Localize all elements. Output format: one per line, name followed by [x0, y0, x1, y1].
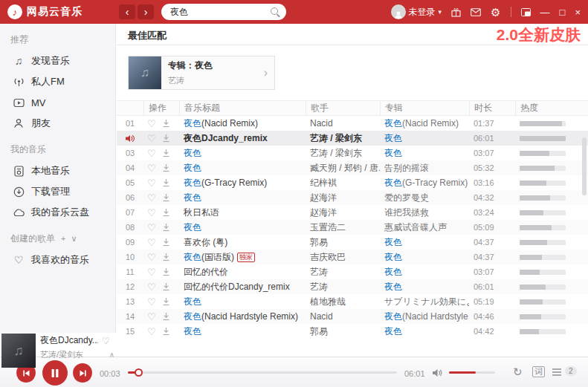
song-album[interactable]: 谁把我拯救 — [380, 205, 469, 220]
song-row[interactable]: 03♡夜色艺涛 / 梁剑东夜色03:07 — [117, 146, 588, 160]
song-row[interactable]: 05♡夜色 (G-Tracy Remix)纪梓褀夜色 (G-Tracy Remi… — [117, 175, 588, 190]
song-row[interactable]: 10♡夜色(国语版)独家吉庆欧巴夜色04:37 — [117, 250, 588, 264]
song-row[interactable]: 01♡夜色(Nacid Remix)Nacid夜色(Nacid Remix)01… — [117, 116, 588, 131]
song-row[interactable]: 09♡喜欢你 (粤)郭易夜色04:37 — [117, 235, 588, 250]
song-title[interactable]: 喜欢你 (粤) — [179, 235, 306, 250]
song-title[interactable]: 夜色 — [179, 220, 306, 235]
song-album[interactable]: 夜色(Nacid Hardstyle R... — [380, 309, 469, 324]
download-icon[interactable] — [162, 178, 170, 187]
song-title[interactable]: 秋日私语 — [179, 205, 306, 220]
song-album[interactable]: 夜色 (G-Tracy Remix) — [380, 175, 469, 190]
song-artist[interactable]: Nacid — [306, 309, 380, 324]
song-album[interactable]: 夜色 — [380, 264, 469, 279]
song-row[interactable]: 06♡夜色赵海洋爱的罗曼史04:32 — [117, 190, 588, 205]
song-album[interactable]: 告别的摇滚 — [380, 160, 469, 175]
login-button[interactable]: 未登录 ▾ — [391, 4, 442, 19]
like-icon[interactable]: ♡ — [147, 208, 156, 218]
sidebar-item[interactable]: 我的音乐云盘 — [0, 202, 115, 223]
sidebar-item[interactable]: ♫发现音乐 — [0, 51, 115, 71]
song-title[interactable]: 夜色 — [179, 146, 306, 160]
download-icon[interactable] — [162, 312, 170, 321]
song-artist[interactable]: 艺涛 / 梁剑东 — [306, 146, 380, 160]
song-album[interactable]: 惠威试音碟人声 — [380, 220, 469, 235]
song-title[interactable]: 回忆的代价DJcandy_remix — [179, 279, 306, 294]
song-artist[interactable]: 赵海洋 — [306, 190, 380, 205]
download-icon[interactable] — [162, 297, 170, 306]
download-icon[interactable] — [162, 327, 170, 336]
search-icon[interactable] — [271, 7, 278, 15]
song-title[interactable]: 夜色(Nacid Remix) — [179, 116, 306, 131]
song-title[interactable]: 夜色 (Nacid Hardstyle Remix) — [179, 309, 306, 324]
song-row[interactable]: 12♡回忆的代价DJcandy_remix艺涛夜色06:01 — [117, 279, 588, 294]
song-row[interactable]: 07♡秋日私语赵海洋谁把我拯救03:24 — [117, 205, 588, 220]
like-song-icon[interactable]: ♡ — [102, 336, 110, 346]
search-input[interactable] — [161, 4, 286, 20]
song-row[interactable]: ♡夜色DJcandy_remix艺涛 / 梁剑东夜色06:01 — [117, 131, 588, 146]
song-artist[interactable]: Nacid — [306, 116, 380, 131]
song-title[interactable]: 夜色 — [179, 294, 306, 309]
song-artist[interactable]: 郭易 — [306, 235, 380, 250]
sidebar-item[interactable]: 朋友 — [0, 113, 115, 134]
like-icon[interactable]: ♡ — [147, 267, 156, 277]
pause-button[interactable] — [42, 360, 68, 386]
progress-handle[interactable] — [135, 368, 143, 377]
download-icon[interactable] — [162, 119, 170, 128]
forward-button[interactable]: › — [138, 4, 154, 19]
like-icon[interactable]: ♡ — [147, 163, 156, 173]
song-album[interactable]: 夜色 — [380, 324, 469, 339]
mini-mode-icon[interactable] — [521, 8, 531, 16]
like-icon[interactable]: ♡ — [147, 297, 156, 307]
sidebar-item[interactable]: ♡我喜欢的音乐 — [0, 250, 115, 270]
like-icon[interactable]: ♡ — [147, 253, 156, 262]
song-artist[interactable]: 艺涛 / 梁剑东 — [306, 131, 380, 146]
collapse-playlists-icon[interactable]: ∨ — [71, 234, 77, 244]
app-logo[interactable]: ♪ 网易云音乐 — [0, 4, 103, 19]
download-icon[interactable] — [162, 223, 170, 232]
song-artist[interactable]: 纪梓褀 — [306, 175, 380, 190]
like-icon[interactable]: ♡ — [147, 149, 156, 158]
add-playlist-icon[interactable]: + — [61, 234, 65, 244]
song-row[interactable]: 14♡夜色 (Nacid Hardstyle Remix)Nacid夜色(Nac… — [117, 309, 588, 324]
sidebar-item[interactable]: 私人FM — [0, 71, 115, 92]
like-icon[interactable]: ♡ — [147, 178, 156, 188]
like-icon[interactable]: ♡ — [147, 238, 156, 247]
now-playing-title[interactable]: 夜色DJcandy... — [40, 334, 98, 347]
scrollbar-thumb[interactable] — [582, 137, 587, 195]
like-icon[interactable]: ♡ — [147, 312, 156, 322]
download-icon[interactable] — [162, 134, 170, 143]
song-row[interactable]: 08♡夜色玉置浩二惠威试音碟人声05:09 — [117, 220, 588, 235]
lyrics-toggle[interactable]: 词 — [532, 366, 545, 377]
sidebar-item[interactable]: 本地音乐 — [0, 160, 115, 181]
like-icon[interactable]: ♡ — [147, 282, 156, 292]
song-album[interactable]: 夜色 — [380, 250, 469, 264]
volume-icon[interactable] — [433, 368, 444, 377]
song-row[interactable]: 13♡夜色植地雅哉サブリミナル効果によ...05:19 — [117, 294, 588, 309]
song-row[interactable]: 11♡回忆的代价艺涛夜色03:07 — [117, 264, 588, 279]
playlist-icon[interactable] — [552, 368, 562, 377]
song-title[interactable]: 夜色DJcandy_remix — [179, 131, 306, 146]
maximize-button[interactable]: □ — [560, 7, 566, 17]
like-icon[interactable]: ♡ — [147, 119, 156, 129]
song-album[interactable]: サブリミナル効果によ... — [380, 294, 469, 309]
back-button[interactable]: ‹ — [119, 4, 135, 19]
song-artist[interactable]: 艺涛 — [306, 279, 380, 294]
download-icon[interactable] — [162, 163, 170, 172]
song-artist[interactable]: 赵海洋 — [306, 205, 380, 220]
song-artist[interactable]: 玉置浩二 — [306, 220, 380, 235]
like-icon[interactable]: ♡ — [147, 134, 156, 143]
song-title[interactable]: 夜色 — [179, 324, 306, 339]
repeat-mode-icon[interactable]: ↻ — [513, 365, 523, 379]
settings-gear-icon[interactable]: ⚙ — [491, 7, 500, 18]
close-button[interactable]: × — [575, 7, 581, 17]
tab-best-match[interactable]: 最佳匹配 — [128, 29, 167, 42]
song-album[interactable]: 夜色 — [380, 279, 469, 294]
next-track-button[interactable] — [73, 363, 92, 383]
progress-bar[interactable] — [128, 371, 397, 374]
song-album[interactable]: 夜色 — [380, 146, 469, 160]
download-icon[interactable] — [162, 282, 170, 291]
download-icon[interactable] — [162, 253, 170, 261]
minimize-button[interactable]: — — [540, 7, 550, 17]
mail-icon[interactable] — [471, 8, 481, 16]
song-album[interactable]: 夜色 — [380, 235, 469, 250]
like-icon[interactable]: ♡ — [147, 193, 156, 203]
